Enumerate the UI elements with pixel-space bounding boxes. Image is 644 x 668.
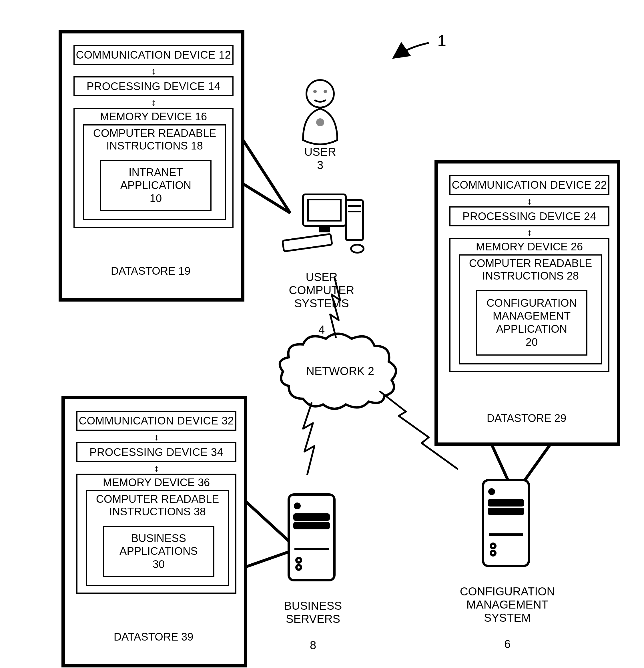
cri-title-a: COMPUTER READABLE INSTRUCTIONS 18 bbox=[84, 125, 225, 152]
proc-device-a: PROCESSING DEVICE 14 bbox=[74, 76, 233, 96]
user-label: USER 3 bbox=[292, 145, 349, 171]
comm-device-a: COMMUNICATION DEVICE 12 bbox=[74, 45, 233, 65]
proc-device-b: PROCESSING DEVICE 24 bbox=[449, 207, 609, 226]
memory-title-a: MEMORY DEVICE 16 bbox=[75, 109, 232, 123]
svg-rect-14 bbox=[294, 515, 329, 520]
cri-c: COMPUTER READABLE INSTRUCTIONS 38 BUSINE… bbox=[86, 490, 229, 586]
user-label-num: 3 bbox=[317, 158, 323, 171]
app-b: CONFIGURATION MANAGEMENT APPLICATION 20 bbox=[476, 290, 587, 355]
arrow-b-2: ↕ bbox=[527, 227, 532, 238]
svg-rect-10 bbox=[282, 234, 332, 251]
datastore-b-label: DATASTORE 29 bbox=[438, 412, 615, 425]
business-server-icon bbox=[289, 495, 334, 580]
callout-box-b: COMMUNICATION DEVICE 22 ↕ PROCESSING DEV… bbox=[434, 160, 620, 446]
bs-num: 8 bbox=[310, 639, 316, 651]
memory-device-a: MEMORY DEVICE 16 COMPUTER READABLE INSTR… bbox=[74, 108, 233, 228]
datastore-c-label: DATASTORE 39 bbox=[65, 631, 242, 643]
cri-a: COMPUTER READABLE INSTRUCTIONS 18 INTRAN… bbox=[83, 124, 226, 220]
svg-point-2 bbox=[324, 90, 327, 93]
arrow-a-1: ↕ bbox=[151, 65, 156, 77]
config-server-icon bbox=[483, 480, 529, 566]
svg-rect-5 bbox=[308, 199, 341, 221]
user-label-text: USER bbox=[304, 146, 336, 158]
svg-rect-21 bbox=[489, 500, 523, 505]
proc-device-c: PROCESSING DEVICE 34 bbox=[76, 442, 236, 462]
diagram-stage: 1 COMMUNICATION DEVICE 12 ↕ PROCESSING D… bbox=[0, 0, 644, 668]
figure-ref-label: 1 bbox=[437, 31, 446, 50]
svg-point-0 bbox=[306, 80, 334, 107]
config-system-label: CONFIGURATION MANAGEMENT SYSTEM 6 bbox=[450, 572, 565, 651]
svg-point-11 bbox=[351, 245, 364, 253]
user-icon bbox=[303, 80, 337, 145]
callout-box-a: COMMUNICATION DEVICE 12 ↕ PROCESSING DEV… bbox=[59, 30, 244, 302]
datastore-a-label: DATASTORE 19 bbox=[62, 265, 239, 277]
memory-device-b: MEMORY DEVICE 26 COMPUTER READABLE INSTR… bbox=[449, 238, 609, 372]
svg-point-25 bbox=[491, 551, 495, 556]
memory-device-c: MEMORY DEVICE 36 COMPUTER READABLE INSTR… bbox=[76, 474, 236, 594]
arrow-b-1: ↕ bbox=[527, 196, 532, 207]
arrow-c-1: ↕ bbox=[154, 431, 159, 442]
svg-point-13 bbox=[295, 504, 300, 508]
svg-point-3 bbox=[316, 118, 324, 126]
app-a: INTRANET APPLICATION 10 bbox=[100, 160, 212, 211]
cri-title-b: COMPUTER READABLE INSTRUCTIONS 28 bbox=[460, 256, 601, 282]
network-label: NETWORK 2 bbox=[303, 364, 377, 378]
memory-title-b: MEMORY DEVICE 26 bbox=[450, 239, 608, 253]
svg-point-17 bbox=[296, 558, 301, 563]
user-cs-label: USER COMPUTER SYSTEMS 4 bbox=[274, 257, 369, 336]
figure-ref-arrow bbox=[395, 43, 429, 57]
svg-point-1 bbox=[313, 90, 317, 93]
bs-text: BUSINESS SERVERS bbox=[284, 599, 342, 625]
cri-b: COMPUTER READABLE INSTRUCTIONS 28 CONFIG… bbox=[459, 254, 602, 364]
desktop-icon bbox=[282, 194, 364, 253]
cfg-num: 6 bbox=[504, 638, 510, 650]
cri-title-c: COMPUTER READABLE INSTRUCTIONS 38 bbox=[87, 491, 228, 518]
arrow-a-2: ↕ bbox=[151, 97, 156, 108]
callout-box-c: COMMUNICATION DEVICE 32 ↕ PROCESSING DEV… bbox=[61, 396, 247, 667]
callout-a bbox=[242, 138, 290, 213]
svg-rect-15 bbox=[294, 523, 329, 528]
business-servers-label: BUSINESS SERVERS 8 bbox=[270, 586, 356, 652]
svg-rect-22 bbox=[489, 509, 523, 514]
svg-rect-6 bbox=[320, 226, 329, 231]
comm-device-b: COMMUNICATION DEVICE 22 bbox=[449, 175, 609, 195]
arrow-c-2: ↕ bbox=[154, 463, 159, 474]
user-cs-text: USER COMPUTER SYSTEMS bbox=[289, 271, 354, 309]
svg-point-20 bbox=[489, 489, 494, 494]
comm-device-c: COMMUNICATION DEVICE 32 bbox=[76, 411, 236, 431]
svg-point-24 bbox=[491, 544, 495, 548]
memory-title-c: MEMORY DEVICE 36 bbox=[77, 475, 235, 489]
cfg-text: CONFIGURATION MANAGEMENT SYSTEM bbox=[460, 585, 555, 624]
app-c: BUSINESS APPLICATIONS 30 bbox=[103, 526, 214, 577]
user-cs-num: 4 bbox=[319, 323, 325, 336]
svg-point-18 bbox=[296, 565, 301, 570]
